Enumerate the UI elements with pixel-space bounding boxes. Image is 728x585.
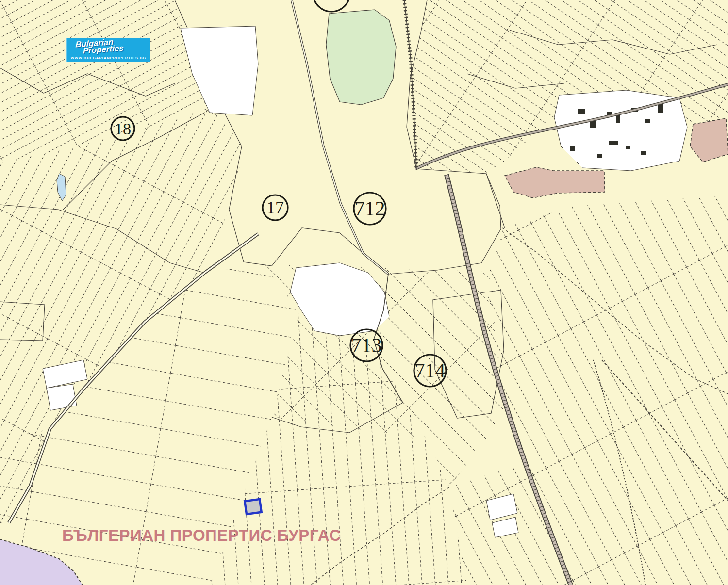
zone-17-label: 17 [266,198,284,217]
bulgarian-properties-logo: Bulgarian Properties WWW.BULGARIANPROPER… [66,38,150,62]
map-svg: 1817712713714 [0,0,728,585]
cadastral-map-viewport: 1817712713714 Bulgarian Properties WWW.B… [0,0,728,585]
logo-website: WWW.BULGARIANPROPERTIES.BG [66,56,150,60]
residential-zone-right [505,167,605,198]
residential-zone-corner [690,118,728,162]
logo-line2: Properties [83,45,124,55]
zone-712-label: 712 [355,197,385,220]
highlighted-property-parcel [245,499,261,514]
highlight-parcel-layer [245,499,261,514]
zone-714-label: 714 [415,359,446,382]
logo-brand-text: Bulgarian Properties [75,38,124,55]
zone-top-partial-circle [313,0,350,12]
zone-18-label: 18 [115,120,131,138]
park-zone [326,10,396,105]
watermark-text: БЪЛГЕРИАН ПРОПЕРТИС БУРГАС [62,526,341,545]
zone-713-label: 713 [351,334,382,357]
